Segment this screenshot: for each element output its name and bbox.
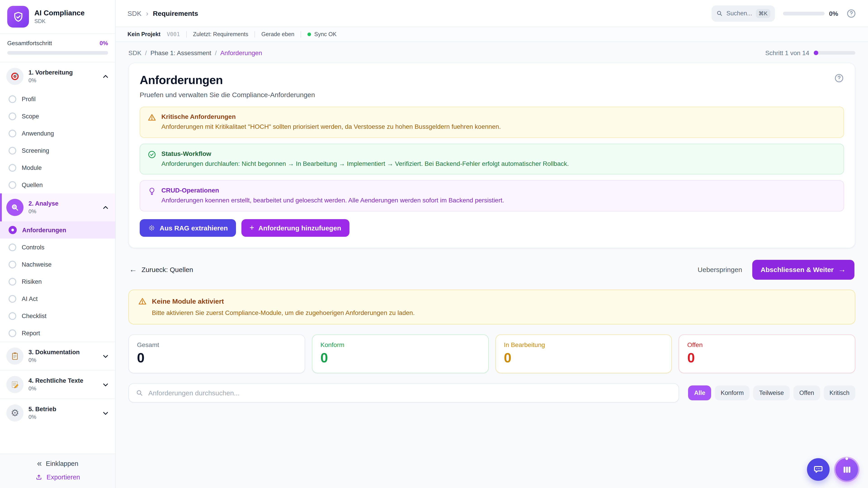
radio-circle-icon (8, 147, 16, 154)
board-view-button[interactable] (835, 458, 858, 481)
radio-circle-icon (8, 243, 16, 251)
sidebar-item-module[interactable]: Module (0, 159, 115, 176)
overall-progress-bar (7, 51, 108, 55)
step-label: Schritt 1 von 14 (765, 49, 809, 57)
warning-title: Keine Module aktiviert (152, 297, 224, 305)
back-label: Zurueck: Quellen (142, 266, 193, 273)
section-label: 5. Betrieb (29, 406, 97, 413)
sidebar-item-label: Controls (22, 244, 44, 251)
back-to-quellen-link[interactable]: ← Zurueck: Quellen (129, 265, 193, 274)
button-label: Abschliessen & Weiter (761, 266, 834, 273)
help-icon[interactable] (834, 73, 844, 83)
overall-progress-label: Gesamtfortschritt (7, 40, 52, 46)
overall-progress-value: 0% (99, 40, 108, 46)
plus-icon: + (250, 225, 254, 231)
callout-title: CRUD-Operationen (161, 187, 836, 194)
collapse-sidebar-button[interactable]: « Einklappen (37, 460, 79, 467)
stat-value: 0 (137, 350, 297, 365)
header-progress-bar (783, 11, 825, 15)
step-progress: Schritt 1 von 14 (765, 49, 855, 57)
sync-ok-dot-icon (307, 33, 311, 36)
arrow-right-icon: → (838, 265, 846, 274)
extract-from-rag-button[interactable]: Aus RAG extrahieren (140, 219, 236, 237)
sidebar-item-checklist[interactable]: Checklist (0, 307, 115, 324)
page-title: Anforderungen (140, 73, 223, 87)
sidebar-item-scope[interactable]: Scope (0, 107, 115, 125)
stat-card-in-bearbeitung: In Bearbeitung 0 (495, 334, 672, 373)
sidebar-item-risiken[interactable]: Risiken (0, 273, 115, 290)
stat-value: 0 (320, 350, 480, 365)
sidebar-nav: 1. Vorbereitung 0% Profil Scope Anwendun… (0, 62, 115, 454)
requirements-card: Anforderungen Pruefen und verwalten Sie … (128, 63, 855, 248)
section-percent: 0% (29, 414, 97, 420)
sidebar-section-vorbereitung[interactable]: 1. Vorbereitung 0% (0, 62, 115, 90)
filter-chip-offen[interactable]: Offen (794, 385, 820, 400)
sidebar-item-anforderungen[interactable]: Anforderungen (0, 221, 115, 238)
page-subtitle: Pruefen und verwalten Sie die Compliance… (140, 91, 844, 98)
global-search-button[interactable]: Suchen... ⌘K (711, 5, 775, 22)
sidebar-item-ai-act[interactable]: AI Act (0, 290, 115, 307)
sidebar-item-nachweise[interactable]: Nachweise (0, 256, 115, 273)
sidebar-item-label: Anforderungen (22, 227, 66, 233)
finish-and-next-button[interactable]: Abschliessen & Weiter → (752, 260, 855, 280)
sidebar-item-label: Report (22, 330, 40, 336)
sidebar-item-label: Nachweise (22, 261, 52, 268)
breadcrumb-sdk[interactable]: SDK (128, 49, 142, 57)
stat-value: 0 (687, 350, 847, 365)
keyboard-shortcut-badge: ⌘K (756, 9, 770, 18)
page-content: SDK / Phase 1: Assessment / Anforderunge… (116, 42, 868, 488)
radio-circle-icon (8, 278, 16, 285)
stat-label: In Bearbeitung (504, 341, 663, 348)
section-percent: 0% (29, 385, 97, 392)
skip-button[interactable]: Ueberspringen (698, 266, 742, 273)
sidebar-item-controls[interactable]: Controls (0, 238, 115, 256)
sidebar-item-anwendung[interactable]: Anwendung (0, 125, 115, 142)
sidebar-section-analyse[interactable]: 2. Analyse 0% (0, 193, 115, 221)
sidebar-item-quellen[interactable]: Quellen (0, 176, 115, 193)
callout-title: Kritische Anforderungen (161, 113, 836, 120)
wizard-navigation: ← Zurueck: Quellen Ueberspringen Abschli… (129, 260, 855, 280)
target-icon (6, 68, 24, 85)
topbar-breadcrumb-root[interactable]: SDK (127, 9, 142, 17)
callout-text: Anforderungen koennen erstellt, bearbeit… (161, 196, 836, 205)
section-percent: 0% (29, 208, 97, 215)
breadcrumb-phase[interactable]: Phase 1: Assessment (150, 49, 211, 57)
filter-chip-alle[interactable]: Alle (688, 385, 711, 400)
app-brand: AI Compliance SDK (0, 0, 115, 34)
requirements-search-input[interactable] (148, 389, 672, 397)
filter-chip-teilweise[interactable]: Teilweise (753, 385, 790, 400)
header-progress-value: 0% (829, 10, 838, 17)
sidebar-item-report[interactable]: Report (0, 324, 115, 341)
app-title: AI Compliance (34, 9, 85, 17)
chevron-down-icon (102, 381, 109, 388)
shield-check-icon (7, 6, 29, 28)
sidebar-item-label: Screening (22, 147, 49, 154)
warning-triangle-icon (147, 113, 156, 131)
radio-selected-icon (8, 226, 17, 234)
help-icon[interactable] (846, 8, 856, 18)
stat-card-offen: Offen 0 (679, 334, 856, 373)
search-icon (135, 389, 143, 397)
chevron-up-icon (102, 73, 109, 80)
sidebar-section-dokumentation[interactable]: 3. Dokumentation 0% (0, 342, 115, 370)
sidebar-section-rechtliche-texte[interactable]: 4. Rechtliche Texte 0% (0, 370, 115, 398)
filter-chip-konform[interactable]: Konform (715, 385, 749, 400)
columns-icon (842, 464, 852, 475)
radio-circle-icon (8, 312, 16, 320)
last-updated: Gerade eben (261, 31, 294, 37)
sidebar-item-label: Quellen (22, 182, 43, 188)
critical-requirements-callout: Kritische Anforderungen Anforderungen mi… (140, 107, 844, 138)
export-button[interactable]: Exportieren (35, 474, 80, 481)
filter-chip-kritisch[interactable]: Kritisch (824, 385, 855, 400)
chat-assistant-button[interactable] (807, 458, 830, 481)
sidebar-item-profil[interactable]: Profil (0, 90, 115, 107)
radio-circle-icon (8, 164, 16, 171)
sidebar-item-screening[interactable]: Screening (0, 142, 115, 159)
radio-circle-icon (8, 129, 16, 137)
add-requirement-button[interactable]: + Anforderung hinzufuegen (241, 219, 349, 237)
last-visited: Zuletzt: Requirements (193, 31, 248, 37)
sidebar-item-label: AI Act (22, 295, 38, 302)
sidebar-section-betrieb[interactable]: ⚙ 5. Betrieb 0% (0, 399, 115, 427)
sync-status: Sync OK (307, 31, 337, 37)
chevron-right-icon: › (146, 9, 149, 18)
